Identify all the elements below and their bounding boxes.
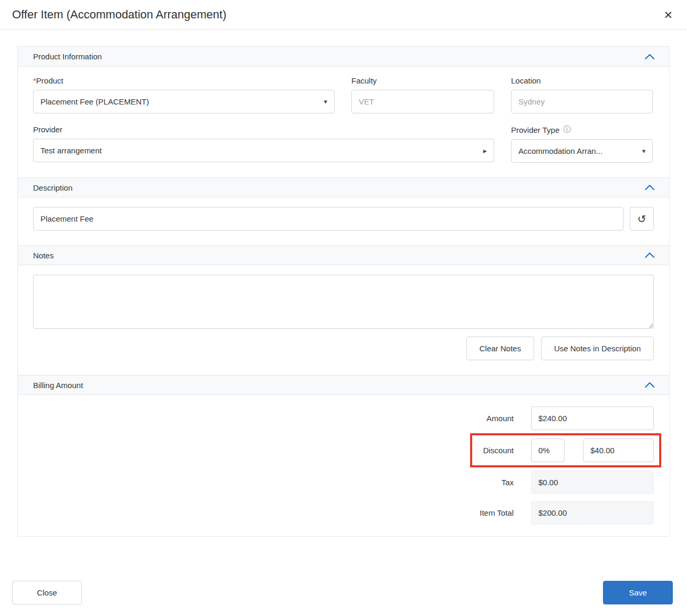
section-notes: Notes Clear Notes Use Notes in Descripti… [18,245,669,375]
product-value: Placement Fee (PLACEMENT) [40,97,149,106]
provider-type-label: Provider Type ⓘ [511,125,653,134]
discount-row: Discount [33,438,654,462]
tax-field [531,471,654,494]
faculty-label: Faculty [351,76,494,85]
tax-row: Tax [33,471,654,494]
amount-label: Amount [486,414,514,423]
offer-item-form: Product Information *Product Placement F… [17,46,670,537]
section-billing-amount: Billing Amount Amount Discount [18,375,669,536]
section-product-information: Product Information *Product Placement F… [18,47,669,178]
notes-textarea[interactable] [33,275,654,329]
chevron-up-icon[interactable] [645,54,654,59]
provider-value: Test arrangement [40,146,102,155]
location-field[interactable] [511,90,653,113]
section-header-description: Description [18,178,669,197]
section-title: Product Information [33,52,102,61]
chevron-up-icon[interactable] [645,185,654,190]
use-notes-in-description-button[interactable]: Use Notes in Description [541,337,654,360]
item-total-label: Item Total [480,508,514,517]
notes-body: Clear Notes Use Notes in Description [18,265,669,375]
section-title: Description [33,183,72,192]
reset-description-button[interactable]: ↺ [630,207,654,231]
section-title: Notes [33,251,54,260]
section-header-product-information: Product Information [18,47,669,67]
close-button[interactable]: Close [12,581,82,604]
section-title: Billing Amount [33,381,83,390]
chevron-down-icon: ▾ [642,147,646,155]
discount-percent-field[interactable] [531,438,565,462]
billing-body: Amount Discount Tax Item [18,395,669,536]
section-header-billing-amount: Billing Amount [18,375,669,395]
provider-type-dropdown[interactable]: Accommodation Arran... ▾ [511,139,653,163]
provider-lookup[interactable]: Test arrangement ▸ [33,139,494,162]
chevron-up-icon[interactable] [645,382,654,388]
location-label: Location [511,76,653,85]
item-total-field [531,501,654,525]
description-field[interactable] [33,207,623,231]
provider-label: Provider [33,125,494,134]
discount-label: Discount [483,446,514,455]
info-icon[interactable]: ⓘ [563,125,570,134]
chevron-up-icon[interactable] [645,253,654,258]
product-dropdown[interactable]: Placement Fee (PLACEMENT) ▾ [33,90,335,113]
product-information-body: *Product Placement Fee (PLACEMENT) ▾ Fac… [18,67,669,178]
amount-row: Amount [33,406,654,430]
tax-label: Tax [502,478,514,487]
chevron-right-icon: ▸ [483,147,487,155]
provider-type-value: Accommodation Arran... [518,147,602,155]
amount-field[interactable] [531,406,654,430]
section-header-notes: Notes [18,245,669,265]
faculty-field[interactable] [351,90,494,113]
clear-notes-button[interactable]: Clear Notes [466,337,534,360]
reset-icon: ↺ [638,213,647,225]
chevron-down-icon: ▾ [324,98,327,106]
page-title: Offer Item (Accommodation Arrangement) [12,8,226,22]
dialog-footer: Close Save [0,581,687,616]
save-button[interactable]: Save [603,581,673,604]
item-total-row: Item Total [33,501,654,525]
discount-amount-field[interactable] [583,438,654,462]
section-description: Description ↺ [18,178,669,245]
description-body: ↺ [18,197,669,245]
product-label: *Product [33,76,335,85]
close-icon[interactable]: ✕ [663,9,673,20]
dialog-header: Offer Item (Accommodation Arrangement) ✕ [0,0,687,30]
